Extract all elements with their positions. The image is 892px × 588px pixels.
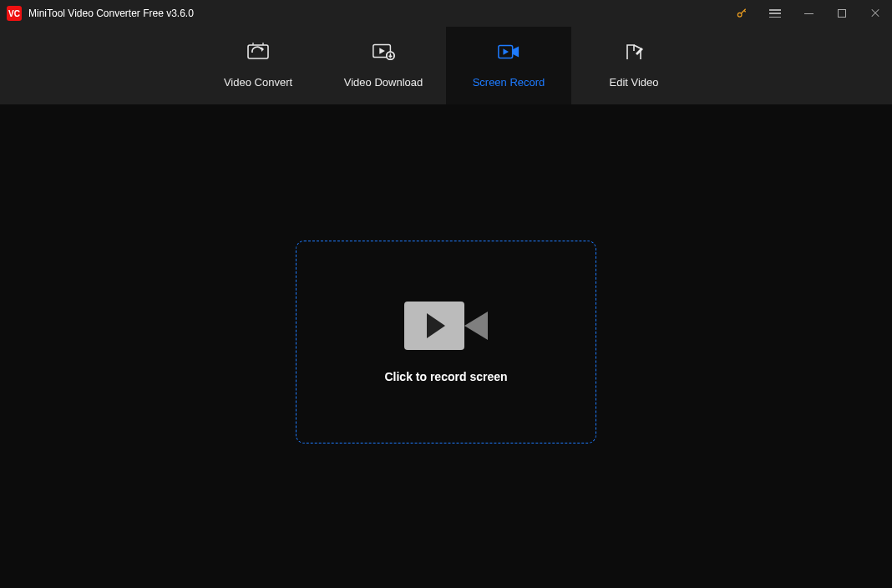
maximize-button[interactable] [825,0,859,27]
svg-marker-4 [379,48,385,53]
app-logo: VC [7,6,22,21]
menu-button[interactable] [758,0,792,27]
tab-edit-video[interactable]: Edit Video [571,27,697,104]
edit-video-icon [622,43,646,61]
hamburger-icon [769,9,781,18]
tab-label: Video Download [344,76,423,89]
key-icon [736,8,748,19]
tabs-bar: Video Convert Video Download Screen Reco… [0,27,892,104]
tab-video-download[interactable]: Video Download [321,27,446,104]
tab-label: Screen Record [473,76,545,89]
close-button[interactable] [859,0,892,27]
video-convert-icon [246,43,270,61]
video-download-icon [372,43,395,61]
record-label: Click to record screen [384,370,507,383]
close-icon [870,8,880,18]
titlebar: VC MiniTool Video Converter Free v3.6.0 [0,0,892,27]
titlebar-controls [725,0,892,27]
maximize-icon [838,9,846,18]
app-title: MiniTool Video Converter Free v3.6.0 [28,8,725,19]
record-screen-box[interactable]: Click to record screen [296,241,596,444]
upgrade-key-button[interactable] [725,0,758,27]
minimize-button[interactable] [792,0,825,27]
main-area: Click to record screen [0,104,892,588]
screen-record-icon [497,43,520,61]
tab-screen-record[interactable]: Screen Record [446,27,571,104]
svg-point-0 [737,13,742,17]
svg-marker-8 [503,48,509,54]
tab-label: Edit Video [609,76,658,89]
minimize-icon [804,13,813,14]
camera-play-icon [404,302,488,350]
svg-marker-2 [261,47,264,52]
tab-label: Video Convert [224,76,292,89]
tab-video-convert[interactable]: Video Convert [195,27,321,104]
